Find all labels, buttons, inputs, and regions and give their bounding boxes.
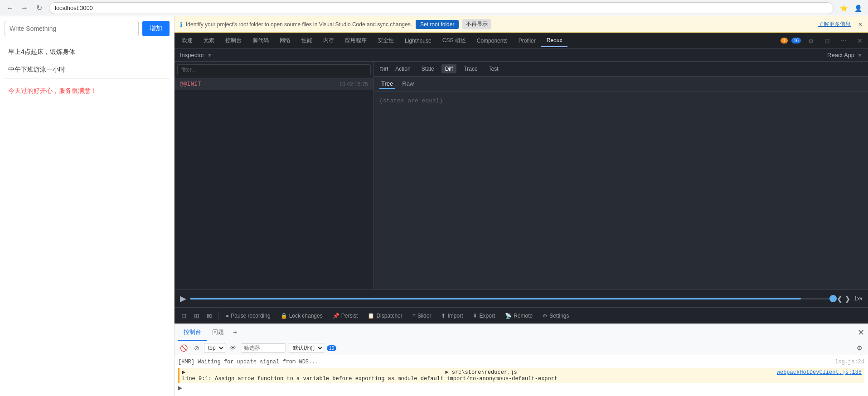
- expand-button[interactable]: ▶: [178, 385, 182, 391]
- warning-file-link[interactable]: webpackHotDevClient.js:138: [777, 369, 862, 376]
- persist-button[interactable]: 📌 Persist: [328, 311, 363, 321]
- inspector-dropdown-icon[interactable]: ▼: [207, 52, 212, 58]
- toolbar-icon-btn-1[interactable]: ⊟: [178, 310, 190, 322]
- test-button[interactable]: Test: [485, 64, 502, 73]
- devtools-tabs-right: 1 16 ⚙ ⊡ ⋯ ✕: [781, 34, 866, 47]
- log-file-link[interactable]: log.js:24: [835, 358, 864, 366]
- filter-toggle-button[interactable]: ⊘: [192, 343, 201, 353]
- close-console-button[interactable]: ✕: [858, 328, 864, 338]
- clear-console-button[interactable]: 🚫: [178, 343, 189, 353]
- tab-elements[interactable]: 元素: [198, 34, 220, 47]
- tab-console-bottom[interactable]: 控制台: [178, 324, 207, 341]
- warning-expand-icon[interactable]: ▶: [182, 369, 185, 376]
- add-button[interactable]: 增加: [142, 21, 170, 36]
- filter-input[interactable]: [177, 64, 371, 75]
- persist-icon: 📌: [333, 313, 339, 319]
- dispatcher-icon: 📋: [368, 313, 374, 319]
- frame-selector[interactable]: top: [204, 343, 225, 353]
- tab-welcome[interactable]: 欢迎: [176, 34, 198, 47]
- lock-changes-button[interactable]: 🔒 Lock changes: [276, 311, 327, 321]
- set-root-folder-button[interactable]: Set root folder: [416, 20, 459, 29]
- more-tools-icon[interactable]: ⋯: [837, 34, 850, 47]
- next-button[interactable]: ❯: [844, 295, 850, 303]
- diff-button[interactable]: Diff: [441, 64, 457, 73]
- list-item: 中午下班游泳一小时: [5, 61, 170, 79]
- tab-redux[interactable]: Redux: [541, 34, 568, 47]
- cast-icon[interactable]: ⊡: [821, 34, 834, 47]
- tab-css-overview[interactable]: CSS 概述: [437, 34, 471, 47]
- react-app-dropdown-icon[interactable]: ▼: [857, 52, 863, 58]
- settings-button[interactable]: ⚙ Settings: [538, 311, 573, 321]
- close-info-button[interactable]: ✕: [858, 21, 863, 28]
- tab-memory[interactable]: 内存: [318, 34, 339, 47]
- forward-button[interactable]: →: [18, 2, 31, 14]
- tab-issues-bottom[interactable]: 问题: [207, 324, 229, 341]
- extensions-button[interactable]: ⭐: [837, 2, 850, 14]
- console-filter-input[interactable]: [241, 343, 286, 353]
- devtools-tabs: 欢迎 元素 控制台 源代码 网络 性能 内存 应用程序 安全性 Lighthou…: [175, 33, 868, 49]
- close-devtools-button[interactable]: ✕: [853, 34, 866, 47]
- tab-profiler[interactable]: Profiler: [513, 35, 541, 47]
- tab-lighthouse[interactable]: Lighthouse: [399, 35, 437, 47]
- raw-tab[interactable]: Raw: [400, 79, 416, 89]
- speed-selector[interactable]: 1x▾: [854, 295, 863, 302]
- slider-thumb[interactable]: [829, 295, 837, 302]
- trace-button[interactable]: Trace: [460, 64, 481, 73]
- tab-sources[interactable]: 源代码: [247, 34, 274, 47]
- toolbar-icon-btn-2[interactable]: ⊞: [191, 310, 203, 322]
- dismiss-button[interactable]: 不再显示: [462, 19, 491, 29]
- settings-label: Settings: [549, 313, 569, 319]
- tab-network[interactable]: 网络: [274, 34, 296, 47]
- tree-tab[interactable]: Tree: [379, 79, 395, 89]
- console-log-badge: 16: [327, 345, 336, 351]
- import-label: Import: [447, 313, 463, 319]
- slider-button[interactable]: ≡ Slider: [408, 311, 436, 321]
- warning-message: Line 9:1: Assign arrow function to a var…: [182, 376, 558, 382]
- info-banner: ℹ Identify your project's root folder to…: [175, 16, 868, 33]
- diff-tabs: Tree Raw: [374, 77, 868, 92]
- eye-icon[interactable]: 👁: [228, 343, 238, 353]
- learn-more-link[interactable]: 了解更多信息: [818, 20, 851, 28]
- add-panel-button[interactable]: +: [229, 327, 241, 338]
- diff-header: Diff Action State Diff Trace Test: [374, 62, 868, 77]
- play-button[interactable]: ▶: [180, 294, 186, 304]
- tab-performance[interactable]: 性能: [296, 34, 318, 47]
- address-bar[interactable]: localhost:3000: [49, 2, 834, 14]
- tab-application[interactable]: 应用程序: [339, 34, 372, 47]
- write-input[interactable]: [5, 21, 139, 36]
- profile-button[interactable]: 👤: [852, 2, 864, 14]
- state-button[interactable]: State: [418, 64, 438, 73]
- reload-button[interactable]: ↻: [33, 2, 45, 14]
- playback-slider[interactable]: [190, 298, 833, 299]
- warning-file-path: ► src\store\reducer.js: [445, 369, 517, 376]
- action-button[interactable]: Action: [392, 64, 414, 73]
- remote-button[interactable]: 📡 Remote: [500, 311, 537, 321]
- persist-label: Persist: [341, 313, 358, 319]
- list-item: 早上4点起床，锻炼身体: [5, 43, 170, 61]
- browser-actions: ⭐ 👤: [837, 2, 864, 14]
- devtools-panel: ℹ Identify your project's root folder to…: [175, 16, 868, 396]
- console-expand-row: ▶: [178, 384, 864, 392]
- log-level-select[interactable]: 默认级别: [289, 343, 324, 353]
- prev-button[interactable]: ❮: [837, 295, 843, 303]
- toolbar-icon-btn-3[interactable]: ⊠: [204, 310, 215, 322]
- diff-content: (states are equal): [374, 92, 868, 290]
- inspector-title: Inspector: [180, 52, 204, 58]
- tab-security[interactable]: 安全性: [372, 34, 399, 47]
- console-settings-button[interactable]: ⚙: [855, 343, 864, 353]
- back-button[interactable]: ←: [4, 2, 16, 14]
- red-text-item: 今天过的好开心，服务很满意！: [5, 82, 170, 100]
- tab-components[interactable]: Components: [471, 35, 513, 47]
- settings-icon: ⚙: [543, 313, 548, 319]
- playback-bar: ▶ ❮ ❯ 1x▾: [175, 290, 868, 307]
- settings-gear-icon[interactable]: ⚙: [805, 34, 817, 47]
- tab-console[interactable]: 控制台: [220, 34, 247, 47]
- export-button[interactable]: ⬇ Export: [468, 311, 499, 321]
- pause-recording-button[interactable]: ● Pause recording: [221, 311, 275, 321]
- list-item-row[interactable]: @@INIT 10:42:15.75: [175, 78, 373, 90]
- export-icon: ⬇: [473, 313, 477, 319]
- import-button[interactable]: ⬆ Import: [436, 311, 467, 321]
- slider-fill: [190, 298, 801, 299]
- dispatcher-button[interactable]: 📋 Dispatcher: [363, 311, 407, 321]
- redux-inspector: Inspector ▼ React App ▼ @@INIT 10:42:15.…: [175, 49, 868, 324]
